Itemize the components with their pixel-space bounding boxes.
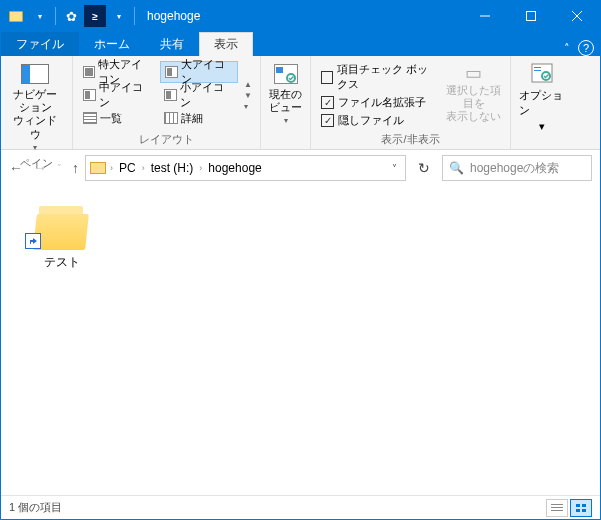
minimize-button[interactable] xyxy=(462,1,508,31)
icons-view-toggle[interactable] xyxy=(570,499,592,517)
current-view-button[interactable]: 現在の ビュー ▾ xyxy=(267,60,304,127)
address-dropdown-icon[interactable]: ˅ xyxy=(388,163,401,174)
details-view-toggle[interactable] xyxy=(546,499,568,517)
folder-icon xyxy=(5,5,27,27)
chevron-right-icon[interactable]: › xyxy=(142,163,145,173)
address-bar[interactable]: › PC › test (H:) › hogehoge ˅ xyxy=(85,155,406,181)
refresh-button[interactable]: ↻ xyxy=(412,155,436,181)
window-title: hogehoge xyxy=(141,9,462,23)
titlebar: ▾ ✿ ≥ ▾ hogehoge xyxy=(1,1,600,31)
svg-rect-11 xyxy=(534,70,541,71)
powershell-icon[interactable]: ≥ xyxy=(84,5,106,27)
tab-home[interactable]: ホーム xyxy=(79,32,145,56)
grid-icon xyxy=(164,89,178,101)
svg-rect-18 xyxy=(576,509,580,512)
hide-icon: ▭ xyxy=(465,62,482,84)
close-button[interactable] xyxy=(554,1,600,31)
shortcut-overlay-icon xyxy=(25,233,41,249)
hide-selected-button: ▭ 選択した項目を 表示しない xyxy=(444,60,504,126)
checkbox-icon: ✓ xyxy=(321,96,334,109)
current-view-icon xyxy=(270,62,302,86)
chevron-right-icon[interactable]: › xyxy=(199,163,202,173)
checkbox-item-checkboxes[interactable]: 項目チェック ボックス xyxy=(321,62,436,92)
list-item[interactable]: テスト xyxy=(17,204,107,271)
group-label-showhide: 表示/非表示 xyxy=(317,130,504,147)
navigation-pane-button[interactable]: ナビゲーション ウィンドウ ▾ xyxy=(7,60,63,154)
checkbox-extensions[interactable]: ✓ファイル名拡張子 xyxy=(321,95,436,110)
toolbar-dropdown-icon[interactable]: ▾ xyxy=(108,5,130,27)
quick-access-toolbar: ▾ ✿ ≥ ▾ xyxy=(1,5,141,27)
checkbox-icon: ✓ xyxy=(321,114,334,127)
svg-rect-5 xyxy=(22,65,30,83)
search-icon: 🔍 xyxy=(449,161,464,175)
options-button[interactable]: オプション ▾ xyxy=(517,60,567,135)
layout-list[interactable]: 一覧 xyxy=(79,107,156,129)
svg-rect-1 xyxy=(527,12,536,21)
grid-icon xyxy=(83,66,95,78)
help-icon[interactable]: ? xyxy=(578,40,594,56)
navigation-pane-icon xyxy=(19,62,51,86)
address-bar-row: ← → ˅ ↑ › PC › test (H:) › hogehoge ˅ ↻ … xyxy=(1,150,600,186)
forward-button[interactable]: → xyxy=(33,160,47,176)
chevron-down-icon: ▾ xyxy=(284,116,288,125)
chevron-down-icon: ▾ xyxy=(539,120,545,133)
breadcrumb-drive[interactable]: test (H:) xyxy=(149,161,196,175)
scroll-more-icon[interactable]: ▾ xyxy=(242,102,254,111)
folder-shortcut-icon xyxy=(33,204,91,250)
collapse-ribbon-icon[interactable]: ˄ xyxy=(564,42,570,55)
svg-rect-10 xyxy=(534,67,541,68)
svg-rect-17 xyxy=(582,504,586,507)
options-icon xyxy=(530,62,554,86)
status-bar: 1 個の項目 xyxy=(1,495,600,519)
search-input[interactable]: 🔍 hogehogeの検索 xyxy=(442,155,592,181)
history-dropdown-icon[interactable]: ˅ xyxy=(57,163,62,173)
svg-rect-7 xyxy=(276,67,283,73)
svg-rect-19 xyxy=(582,509,586,512)
svg-rect-16 xyxy=(576,504,580,507)
status-count: 1 個の項目 xyxy=(9,500,62,515)
scroll-up-icon[interactable]: ▲ xyxy=(242,80,254,89)
grid-icon xyxy=(83,89,96,101)
layout-details[interactable]: 詳細 xyxy=(160,107,239,129)
toolbar-dropdown-icon[interactable]: ▾ xyxy=(29,5,51,27)
breadcrumb-pc[interactable]: PC xyxy=(117,161,138,175)
layout-small[interactable]: 小アイコン xyxy=(160,84,239,106)
ribbon: ナビゲーション ウィンドウ ▾ ペイン 特大アイコン 大アイコン 中アイコン 小… xyxy=(1,56,600,150)
tab-file[interactable]: ファイル xyxy=(1,32,79,56)
file-list[interactable]: テスト xyxy=(1,186,600,495)
ribbon-tabs: ファイル ホーム 共有 表示 ˄ ? xyxy=(1,31,600,56)
layout-medium[interactable]: 中アイコン xyxy=(79,84,156,106)
maximize-button[interactable] xyxy=(508,1,554,31)
checkbox-icon xyxy=(321,71,333,84)
grid-icon xyxy=(165,66,178,78)
list-icon xyxy=(83,112,97,124)
svg-rect-15 xyxy=(551,510,563,511)
folder-icon xyxy=(90,162,106,174)
up-button[interactable]: ↑ xyxy=(72,160,79,176)
svg-rect-13 xyxy=(551,504,563,505)
search-placeholder: hogehogeの検索 xyxy=(470,160,559,177)
svg-rect-14 xyxy=(551,507,563,508)
back-button[interactable]: ← xyxy=(9,160,23,176)
details-icon xyxy=(164,112,178,124)
scroll-down-icon[interactable]: ▼ xyxy=(242,91,254,100)
item-label: テスト xyxy=(44,254,80,271)
breadcrumb-folder[interactable]: hogehoge xyxy=(206,161,263,175)
tab-view[interactable]: 表示 xyxy=(199,32,253,56)
chevron-right-icon[interactable]: › xyxy=(110,163,113,173)
group-label-layout: レイアウト xyxy=(79,130,254,147)
checkbox-hidden[interactable]: ✓隠しファイル xyxy=(321,113,436,128)
tab-share[interactable]: 共有 xyxy=(145,32,199,56)
properties-icon[interactable]: ✿ xyxy=(60,5,82,27)
